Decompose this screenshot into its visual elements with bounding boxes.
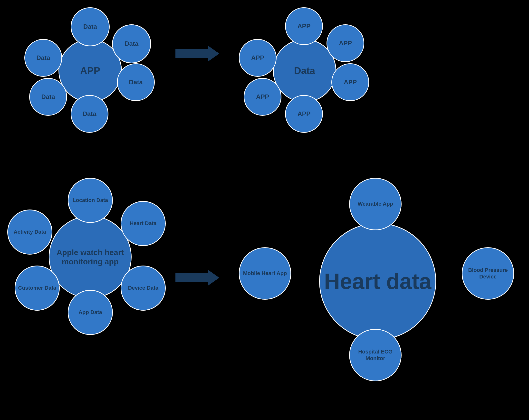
cluster-top-right: Data APP APP APP APP APP APP	[234, 7, 375, 134]
bl-sat-br: Device Data	[121, 265, 166, 311]
tr-sat-bl: APP	[244, 78, 281, 116]
cluster-bottom-right: Heart data Wearable App Blood Pressure D…	[239, 178, 521, 385]
br-sat-r: Blood Pressure Device	[462, 247, 514, 300]
bl-center: Apple watch heart monitoring app	[49, 216, 132, 298]
bl-sat-bot: App Data	[68, 290, 113, 335]
tr-sat-tr: APP	[327, 24, 364, 62]
arrow-bottom	[175, 265, 219, 290]
br-sat-l: Mobile Heart App	[239, 247, 291, 300]
br-sat-top: Wearable App	[349, 178, 402, 230]
br-sat-bot: Hospital ECG Monitor	[349, 329, 402, 381]
cluster-bottom-left: Apple watch heart monitoring app Locatio…	[7, 178, 173, 336]
tr-sat-r: APP	[331, 63, 369, 101]
bl-sat-tr: Heart Data	[121, 201, 166, 246]
br-center: Heart data	[319, 223, 436, 340]
cluster-top-left: APP Data Data Data Data Data Data	[19, 7, 161, 134]
tr-sat-top: APP	[285, 7, 323, 45]
tr-center: Data	[273, 39, 336, 102]
tl-sat-tr: Data	[112, 24, 151, 63]
tl-sat-r: Data	[117, 63, 155, 101]
bl-sat-bl: Customer Data	[15, 265, 60, 311]
svg-marker-0	[175, 46, 219, 61]
tr-sat-l: APP	[239, 39, 277, 77]
tl-sat-bl: Data	[29, 78, 67, 116]
tr-sat-bot: APP	[285, 95, 323, 133]
tl-center: APP	[58, 39, 122, 102]
tl-sat-l: Data	[24, 39, 62, 77]
tl-sat-bot: Data	[71, 95, 108, 133]
arrow-top	[175, 41, 219, 66]
bl-sat-l: Activity Data	[7, 210, 53, 255]
bl-sat-top: Location Data	[68, 178, 113, 223]
tl-sat-top: Data	[71, 7, 110, 46]
diagram-container: APP Data Data Data Data Data Data	[0, 0, 529, 420]
svg-marker-1	[175, 270, 219, 286]
